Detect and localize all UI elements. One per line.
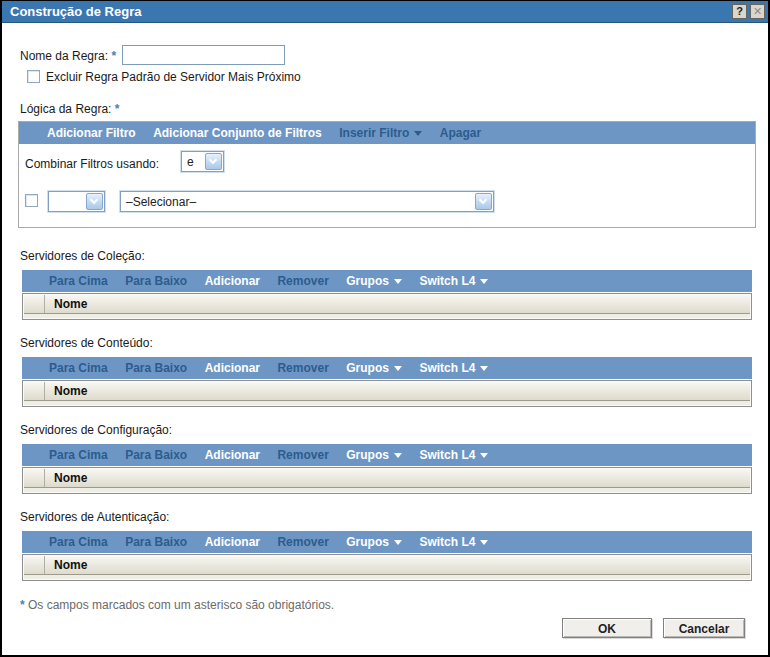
switch-l4-label: Switch L4 xyxy=(419,361,475,375)
authentication-servers-toolbar: Para Cima Para Baixo Adicionar Remover G… xyxy=(22,531,752,553)
switch-l4-menu-button[interactable]: Switch L4 xyxy=(419,444,488,466)
remove-server-button: Remover xyxy=(277,444,328,466)
add-server-button[interactable]: Adicionar xyxy=(205,531,260,553)
move-down-button: Para Baixo xyxy=(125,270,187,292)
delete-filter-button: Apagar xyxy=(440,122,481,144)
remove-server-button: Remover xyxy=(277,357,328,379)
name-column-header: Nome xyxy=(54,297,87,311)
content-servers-section: Servidores de Conteúdo: Para Cima Para B… xyxy=(2,336,770,416)
groups-label: Grupos xyxy=(346,361,389,375)
filter-row-checkbox[interactable] xyxy=(25,194,38,207)
move-down-button: Para Baixo xyxy=(125,357,187,379)
dropdown-arrow-icon xyxy=(480,453,488,458)
name-column-header: Nome xyxy=(54,471,87,485)
ok-button[interactable]: OK xyxy=(562,618,652,638)
groups-label: Grupos xyxy=(346,448,389,462)
groups-menu-button[interactable]: Grupos xyxy=(346,270,402,292)
remove-server-button: Remover xyxy=(277,531,328,553)
remove-server-button: Remover xyxy=(277,270,328,292)
servers-table-header: Nome xyxy=(24,295,750,314)
servers-table-header: Nome xyxy=(24,556,750,575)
switch-l4-menu-button[interactable]: Switch L4 xyxy=(419,357,488,379)
switch-l4-label: Switch L4 xyxy=(419,274,475,288)
dropdown-arrow-icon xyxy=(394,279,402,284)
combine-filters-select[interactable]: e xyxy=(181,151,224,172)
add-filter-set-button[interactable]: Adicionar Conjunto de Filtros xyxy=(153,122,322,144)
filter-field-select[interactable] xyxy=(48,191,105,212)
configuration-servers-section: Servidores de Configuração: Para Cima Pa… xyxy=(2,423,770,503)
insert-filter-label: Inserir Filtro xyxy=(339,126,409,140)
add-server-button[interactable]: Adicionar xyxy=(205,357,260,379)
servers-table: Nome xyxy=(22,554,752,581)
servers-table: Nome xyxy=(22,293,752,320)
rule-logic-label-text: Lógica da Regra: xyxy=(20,102,111,116)
switch-l4-label: Switch L4 xyxy=(419,448,475,462)
combine-filters-value: e xyxy=(187,155,194,169)
move-up-button: Para Cima xyxy=(49,357,108,379)
collection-servers-section: Servidores de Coleção: Para Cima Para Ba… xyxy=(2,249,770,329)
select-arrow-button xyxy=(475,193,492,210)
authentication-servers-label: Servidores de Autenticação: xyxy=(20,510,169,524)
rule-logic-label: Lógica da Regra: * xyxy=(20,102,119,116)
collection-servers-toolbar: Para Cima Para Baixo Adicionar Remover G… xyxy=(22,270,752,292)
switch-l4-menu-button[interactable]: Switch L4 xyxy=(419,531,488,553)
switch-l4-label: Switch L4 xyxy=(419,535,475,549)
rule-construction-dialog: Construção de Regra ? ✕ Nome da Regra: *… xyxy=(0,0,770,657)
groups-label: Grupos xyxy=(346,535,389,549)
configuration-servers-toolbar: Para Cima Para Baixo Adicionar Remover G… xyxy=(22,444,752,466)
required-asterisk: * xyxy=(111,49,116,63)
dropdown-arrow-icon xyxy=(394,366,402,371)
insert-filter-menu-button: Inserir Filtro xyxy=(339,122,422,144)
name-column-header: Nome xyxy=(54,384,87,398)
help-button[interactable]: ? xyxy=(732,4,747,19)
dropdown-arrow-icon xyxy=(480,366,488,371)
dropdown-arrow-icon xyxy=(394,453,402,458)
switch-l4-menu-button[interactable]: Switch L4 xyxy=(419,270,488,292)
chevron-down-icon xyxy=(90,196,98,204)
add-filter-button[interactable]: Adicionar Filtro xyxy=(47,122,136,144)
dropdown-arrow-icon xyxy=(480,540,488,545)
content-servers-toolbar: Para Cima Para Baixo Adicionar Remover G… xyxy=(22,357,752,379)
filter-operator-value: –Selecionar– xyxy=(126,195,196,209)
move-up-button: Para Cima xyxy=(49,270,108,292)
groups-label: Grupos xyxy=(346,274,389,288)
required-fields-note: * Os campos marcados com um asterisco sã… xyxy=(20,598,334,612)
add-server-button[interactable]: Adicionar xyxy=(205,444,260,466)
chevron-down-icon xyxy=(479,196,487,204)
authentication-servers-section: Servidores de Autenticação: Para Cima Pa… xyxy=(2,510,770,590)
name-column-header: Nome xyxy=(54,558,87,572)
move-up-button: Para Cima xyxy=(49,531,108,553)
cancel-button[interactable]: Cancelar xyxy=(663,618,745,638)
servers-table: Nome xyxy=(22,380,752,407)
titlebar: Construção de Regra ? ✕ xyxy=(2,1,768,23)
note-asterisk: * xyxy=(20,598,25,612)
select-arrow-button xyxy=(205,153,222,170)
filter-operator-select[interactable]: –Selecionar– xyxy=(120,191,494,212)
groups-menu-button[interactable]: Grupos xyxy=(346,531,402,553)
servers-table: Nome xyxy=(22,467,752,494)
select-column-header xyxy=(24,382,45,400)
move-down-button: Para Baixo xyxy=(125,444,187,466)
dropdown-arrow-icon xyxy=(394,540,402,545)
groups-menu-button[interactable]: Grupos xyxy=(346,444,402,466)
note-text: Os campos marcados com um asterisco são … xyxy=(28,598,334,612)
select-column-header xyxy=(24,469,45,487)
select-column-header xyxy=(24,556,45,574)
content-servers-label: Servidores de Conteúdo: xyxy=(20,336,153,350)
rule-name-label: Nome da Regra: * xyxy=(20,49,116,63)
chevron-down-icon xyxy=(209,156,217,164)
move-up-button: Para Cima xyxy=(49,444,108,466)
servers-table-header: Nome xyxy=(24,469,750,488)
groups-menu-button[interactable]: Grupos xyxy=(346,357,402,379)
rule-logic-required-asterisk: * xyxy=(115,102,120,116)
add-server-button[interactable]: Adicionar xyxy=(205,270,260,292)
rule-name-input[interactable] xyxy=(122,45,285,65)
move-down-button: Para Baixo xyxy=(125,531,187,553)
select-column-header xyxy=(24,295,45,313)
close-button[interactable]: ✕ xyxy=(750,4,765,19)
collection-servers-label: Servidores de Coleção: xyxy=(20,249,145,263)
combine-filters-label: Combinar Filtros usando: xyxy=(25,157,159,171)
rule-logic-panel: Adicionar Filtro Adicionar Conjunto de F… xyxy=(18,121,756,228)
exclude-default-rule-checkbox[interactable] xyxy=(27,70,40,83)
rule-name-label-text: Nome da Regra: xyxy=(20,49,108,63)
